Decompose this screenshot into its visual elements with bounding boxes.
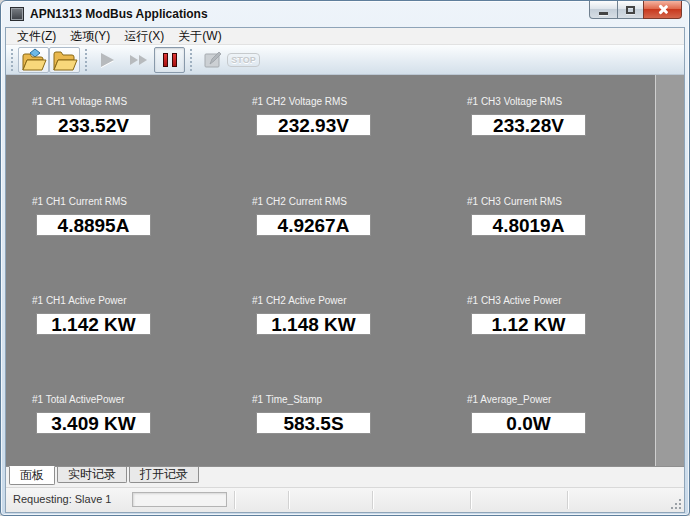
- status-progress-panel: [132, 492, 227, 507]
- status-bar: Requesting: Slave 1: [6, 487, 684, 512]
- fast-forward-icon: [130, 55, 138, 65]
- open-config-folder-icon: [21, 48, 47, 72]
- meter-ch2-power: #1 CH2 Active Power 1.148 KW: [252, 295, 371, 335]
- meter-label: #1 CH2 Active Power: [252, 295, 371, 306]
- fast-forward-button: [123, 47, 154, 73]
- meter-value: 1.12 KW: [471, 313, 586, 335]
- minimize-icon: [599, 12, 608, 15]
- meter-ch2-current: #1 CH2 Current RMS 4.9267A: [252, 196, 371, 236]
- tab-open-record[interactable]: 打开记录: [129, 467, 199, 483]
- meter-value: 233.28V: [471, 114, 586, 136]
- app-icon: [10, 7, 24, 21]
- open-config-button[interactable]: [18, 47, 49, 73]
- meter-label: #1 CH1 Active Power: [32, 295, 151, 306]
- open-folder-button[interactable]: [49, 47, 80, 73]
- meter-ch3-power: #1 CH3 Active Power 1.12 KW: [467, 295, 586, 335]
- meter-value: 4.8895A: [36, 214, 151, 236]
- meter-label: #1 Time_Stamp: [252, 394, 371, 405]
- meter-ch3-voltage: #1 CH3 Voltage RMS 233.28V: [467, 96, 586, 136]
- meter-ch2-voltage: #1 CH2 Voltage RMS 232.93V: [252, 96, 371, 136]
- record-button: [197, 47, 228, 73]
- stop-button: STOP: [228, 47, 259, 73]
- meter-ch1-voltage: #1 CH1 Voltage RMS 233.52V: [32, 96, 151, 136]
- status-text: Requesting: Slave 1: [13, 493, 111, 505]
- meter-value: 1.142 KW: [36, 313, 151, 335]
- meter-label: #1 CH2 Voltage RMS: [252, 96, 371, 107]
- maximize-button[interactable]: [617, 1, 644, 19]
- meter-value: 232.93V: [256, 114, 371, 136]
- meter-value: 1.148 KW: [256, 313, 371, 335]
- toolbar-grip: [11, 49, 14, 71]
- meter-value: 4.8019A: [471, 214, 586, 236]
- minimize-button[interactable]: [589, 1, 618, 19]
- meter-label: #1 Total ActivePower: [32, 394, 151, 405]
- meter-ch1-power: #1 CH1 Active Power 1.142 KW: [32, 295, 151, 335]
- panel-right-margin: [655, 75, 684, 466]
- titlebar: APN1313 ModBus Applications: [1, 1, 689, 27]
- meter-ch1-current: #1 CH1 Current RMS 4.8895A: [32, 196, 151, 236]
- meter-value: 583.5S: [256, 412, 371, 434]
- tab-realtime-record[interactable]: 实时记录: [57, 467, 127, 483]
- record-icon: [203, 50, 223, 70]
- resize-grip[interactable]: [669, 497, 682, 510]
- window-body: 文件(Z) 选项(Y) 运行(X) 关于(W): [5, 27, 685, 513]
- meter-label: #1 CH1 Voltage RMS: [32, 96, 151, 107]
- toolbar-grip: [85, 49, 88, 71]
- stop-icon: STOP: [227, 53, 259, 67]
- play-icon: [101, 53, 114, 67]
- maximize-icon: [626, 6, 635, 14]
- meter-average-power: #1 Average_Power 0.0W: [467, 394, 586, 434]
- close-icon: [657, 4, 668, 15]
- open-folder-icon: [52, 48, 78, 72]
- menu-about[interactable]: 关于(W): [171, 28, 228, 44]
- panel-view: #1 CH1 Voltage RMS 233.52V #1 CH2 Voltag…: [6, 75, 684, 466]
- meter-label: #1 CH2 Current RMS: [252, 196, 371, 207]
- meter-value: 0.0W: [471, 412, 586, 434]
- toolbar: STOP: [6, 45, 684, 75]
- meter-label: #1 CH3 Current RMS: [467, 196, 586, 207]
- pause-icon: [163, 53, 177, 67]
- meter-label: #1 CH3 Active Power: [467, 295, 586, 306]
- meter-ch3-current: #1 CH3 Current RMS 4.8019A: [467, 196, 586, 236]
- menu-run[interactable]: 运行(X): [117, 28, 171, 44]
- pause-button[interactable]: [154, 47, 185, 73]
- tab-strip: 面板 实时记录 打开记录: [6, 466, 684, 487]
- tab-panel[interactable]: 面板: [9, 466, 55, 485]
- meter-total-power: #1 Total ActivePower 3.409 KW: [32, 394, 151, 434]
- toolbar-grip: [190, 49, 193, 71]
- meter-label: #1 CH3 Voltage RMS: [467, 96, 586, 107]
- meter-value: 4.9267A: [256, 214, 371, 236]
- close-button[interactable]: [643, 1, 682, 19]
- meter-value: 233.52V: [36, 114, 151, 136]
- meter-label: #1 CH1 Current RMS: [32, 196, 151, 207]
- menu-file[interactable]: 文件(Z): [10, 28, 63, 44]
- menubar: 文件(Z) 选项(Y) 运行(X) 关于(W): [6, 28, 684, 45]
- window-title: APN1313 ModBus Applications: [30, 7, 208, 21]
- app-window: APN1313 ModBus Applications 文件(Z) 选项(Y) …: [0, 0, 690, 516]
- play-button: [92, 47, 123, 73]
- meter-label: #1 Average_Power: [467, 394, 586, 405]
- meter-value: 3.409 KW: [36, 412, 151, 434]
- menu-options[interactable]: 选项(Y): [63, 28, 117, 44]
- window-controls: [590, 1, 682, 19]
- meter-timestamp: #1 Time_Stamp 583.5S: [252, 394, 371, 434]
